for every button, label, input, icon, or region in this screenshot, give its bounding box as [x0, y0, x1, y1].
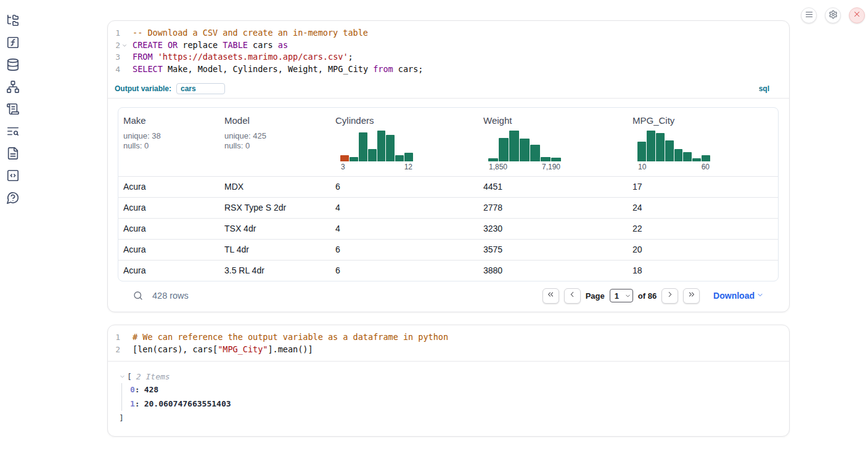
- sidebar: [0, 0, 26, 204]
- menu-icon: [805, 10, 814, 22]
- first-page-button[interactable]: [542, 288, 559, 304]
- items-count-label: 2 Items: [136, 372, 170, 381]
- table-cell: 3.5 RL 4dr: [219, 265, 330, 275]
- table-cell: 22: [628, 224, 778, 233]
- histogram-bar: [647, 131, 655, 161]
- hist-min-label: 3: [341, 163, 345, 171]
- next-page-button[interactable]: [661, 288, 678, 304]
- table-row[interactable]: AcuraTSX 4dr4323022: [118, 218, 778, 239]
- bracket-open: [: [127, 372, 132, 381]
- close-icon: [853, 10, 861, 21]
- code-line[interactable]: 3FROM 'https://datasets.marimo.app/cars.…: [108, 51, 789, 63]
- column-stats: unique: 425nulls: 0: [224, 131, 326, 152]
- column-stats: unique: 38nulls: 0: [123, 131, 215, 152]
- logs-scroll-icon[interactable]: [6, 102, 20, 116]
- datasources-database-icon[interactable]: [6, 58, 20, 71]
- table-cell: 6: [330, 182, 478, 192]
- language-tag-sql[interactable]: sql: [759, 84, 769, 93]
- histogram-bar: [359, 132, 367, 161]
- last-page-button[interactable]: [683, 288, 700, 304]
- column-header-cylinders[interactable]: Cylinders312: [330, 108, 478, 176]
- data-table: Makeunique: 38nulls: 0Modelunique: 425nu…: [118, 107, 779, 281]
- code-text: CREATE OR replace TABLE cars as: [128, 39, 288, 52]
- gutter-spacer: [120, 63, 128, 76]
- output-variable-bar: Output variable: sql: [108, 81, 789, 99]
- histogram-bar: [656, 133, 665, 161]
- snippets-code-icon[interactable]: [6, 169, 20, 182]
- table-row[interactable]: AcuraTL 4dr6357520: [118, 239, 778, 260]
- column-header-model[interactable]: Modelunique: 425nulls: 0: [219, 108, 330, 176]
- table-cell: Acura: [118, 224, 219, 233]
- table-cell: Acura: [118, 182, 219, 192]
- table-cell: 6: [330, 265, 478, 275]
- column-histogram: 1,8507,190: [488, 129, 561, 171]
- histogram-bar: [683, 152, 692, 161]
- collapse-chevron-icon[interactable]: [119, 373, 126, 380]
- file-tree-icon[interactable]: [6, 14, 20, 27]
- code-text: # We can reference the output variable a…: [128, 331, 448, 344]
- column-histogram: 312: [340, 129, 413, 171]
- download-button[interactable]: Download: [713, 291, 764, 301]
- table-row[interactable]: AcuraMDX6445117: [118, 176, 778, 197]
- python-code-editor[interactable]: 1# We can reference the output variable …: [108, 325, 789, 362]
- line-number: 3: [108, 51, 120, 63]
- code-line[interactable]: 1-- Download a CSV and create an in-memo…: [108, 27, 789, 39]
- menu-button[interactable]: [801, 7, 817, 23]
- histogram-bar: [404, 153, 413, 161]
- column-name: Model: [224, 115, 326, 126]
- table-row[interactable]: AcuraRSX Type S 2dr4277824: [118, 197, 778, 218]
- column-header-weight[interactable]: Weight1,8507,190: [478, 108, 628, 176]
- item-index: 1: [130, 399, 135, 408]
- line-number: 2: [108, 344, 120, 356]
- table-cell: 17: [628, 182, 778, 192]
- table-cell: 24: [628, 203, 778, 212]
- column-header-make[interactable]: Makeunique: 38nulls: 0: [118, 108, 219, 176]
- close-button[interactable]: [849, 7, 865, 23]
- code-text: SELECT Make, Model, Cylinders, Weight, M…: [128, 63, 423, 76]
- histogram-bar: [665, 140, 674, 161]
- search-icon[interactable]: [133, 290, 144, 301]
- sql-cell-output: Makeunique: 38nulls: 0Modelunique: 425nu…: [108, 99, 789, 312]
- page-select[interactable]: 1: [610, 289, 633, 302]
- histogram-bar: [377, 131, 386, 161]
- variables-function-icon[interactable]: [6, 36, 20, 49]
- prev-page-button[interactable]: [564, 288, 581, 304]
- documentation-file-icon[interactable]: [6, 147, 20, 160]
- code-line[interactable]: 2[len(cars), cars["MPG_City"].mean()]: [108, 344, 789, 356]
- sql-code-editor[interactable]: 1-- Download a CSV and create an in-memo…: [108, 21, 789, 81]
- table-row[interactable]: Acura3.5 RL 4dr6388018: [118, 260, 778, 281]
- settings-button[interactable]: [825, 7, 841, 23]
- line-number: 1: [108, 331, 120, 344]
- download-label: Download: [713, 291, 755, 301]
- item-value: 20.060747663551403: [144, 399, 231, 408]
- outline-search-icon[interactable]: [6, 124, 20, 138]
- line-number: 2: [108, 39, 120, 52]
- code-line[interactable]: 1# We can reference the output variable …: [108, 331, 789, 344]
- chevrons-left-icon: [546, 290, 555, 301]
- help-chat-icon[interactable]: [6, 191, 20, 204]
- rows-count: 428 rows: [152, 291, 189, 301]
- column-header-mpg_city[interactable]: MPG_City1060: [628, 108, 778, 176]
- code-line[interactable]: 2CREATE OR replace TABLE cars as: [108, 39, 789, 52]
- page-total: of 86: [638, 291, 657, 301]
- histogram-bar: [350, 157, 358, 161]
- chevron-left-icon: [568, 290, 576, 301]
- table-body: AcuraMDX6445117AcuraRSX Type S 2dr427782…: [118, 176, 778, 281]
- chevron-right-icon: [666, 290, 674, 301]
- table-cell: TL 4dr: [219, 245, 330, 254]
- hist-max-label: 60: [702, 163, 710, 171]
- histogram-bar: [509, 131, 519, 161]
- table-cell: 2778: [478, 203, 628, 212]
- table-cell: Acura: [118, 245, 219, 254]
- gutter-spacer: [120, 331, 128, 344]
- output-variable-input[interactable]: [176, 83, 225, 94]
- dependency-graph-icon[interactable]: [6, 80, 20, 94]
- table-cell: MDX: [219, 182, 330, 192]
- fold-chevron-icon[interactable]: [120, 39, 128, 52]
- python-cell: 1# We can reference the output variable …: [107, 325, 790, 437]
- sql-cell: 1-- Download a CSV and create an in-memo…: [107, 20, 790, 312]
- code-line[interactable]: 4SELECT Make, Model, Cylinders, Weight, …: [108, 63, 789, 76]
- column-name: Make: [123, 115, 215, 126]
- histogram-bar: [488, 158, 498, 161]
- output-tree-items: 0:4281:20.060747663551403: [121, 383, 778, 411]
